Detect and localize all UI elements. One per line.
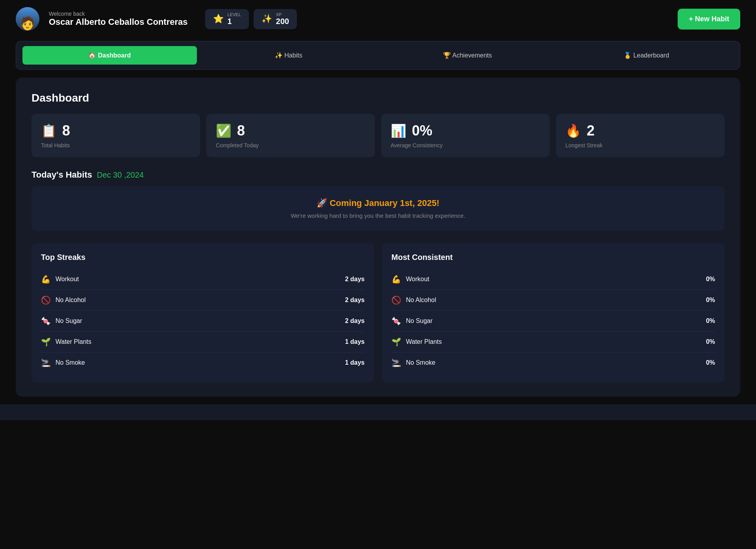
no-alcohol-icon: 🚫 <box>41 295 51 305</box>
consistency-value: 0% <box>706 317 715 325</box>
consistency-value: 0% <box>706 276 715 283</box>
stat-avg-consistency: 📊 0% Average Consistency <box>381 114 550 157</box>
habit-name: No Sugar <box>56 317 82 325</box>
streak-value: 2 days <box>345 317 365 325</box>
star-icon: ⭐ <box>213 14 224 24</box>
main-nav: 🏠 Dashboard ✨ Habits 🏆 Achievements 🥇 Le… <box>16 41 740 70</box>
completed-today-label: Completed Today <box>216 142 365 148</box>
todays-habits-title: Today's Habits <box>32 170 92 180</box>
habit-name: Water Plants <box>56 338 91 345</box>
habit-name: Workout <box>56 276 79 283</box>
xp-label: XP <box>276 12 289 17</box>
total-habits-value: 8 <box>62 122 70 139</box>
tab-achievements[interactable]: 🏆 Achievements <box>380 46 555 65</box>
habit-name: No Sugar <box>406 317 433 325</box>
level-value: 1 <box>228 17 241 26</box>
stat-longest-streak: 🔥 2 Longest Streak <box>556 114 724 157</box>
todays-date: Dec 30 ,2024 <box>97 171 144 180</box>
most-consistent-title: Most Consistent <box>391 253 715 262</box>
xp-badge: ✨ XP 200 <box>254 9 297 29</box>
stat-completed-today: ✅ 8 Completed Today <box>206 114 375 157</box>
habit-name: No Alcohol <box>406 297 436 304</box>
total-habits-label: Total Habits <box>41 142 191 148</box>
list-item: 🚬No Smoke 0% <box>391 352 715 373</box>
completed-today-value: 8 <box>237 122 245 139</box>
habit-name: Water Plants <box>406 338 442 345</box>
chart-icon: 📊 <box>391 123 406 138</box>
list-item: 🚬No Smoke 1 days <box>41 352 365 373</box>
consistency-value: 0% <box>706 359 715 366</box>
tab-dashboard[interactable]: 🏠 Dashboard <box>22 46 197 65</box>
streak-value: 1 days <box>345 359 365 366</box>
no-smoke-icon: 🚬 <box>391 358 401 367</box>
welcome-text: Welcome back <box>49 11 188 17</box>
consistent-list: 💪Workout 0% 🚫No Alcohol 0% 🍬No Sugar 0% … <box>391 269 715 373</box>
checkmark-icon: ✅ <box>216 123 232 138</box>
habit-name: Workout <box>406 276 429 283</box>
streak-value: 2 days <box>345 297 365 304</box>
streaks-list: 💪Workout 2 days 🚫No Alcohol 2 days 🍬No S… <box>41 269 365 373</box>
habit-name: No Smoke <box>406 359 435 366</box>
habit-name: No Smoke <box>56 359 85 366</box>
xp-value: 200 <box>276 17 289 26</box>
most-consistent-section: Most Consistent 💪Workout 0% 🚫No Alcohol … <box>382 243 724 382</box>
user-info: Welcome back Oscar Alberto Ceballos Cont… <box>49 11 188 27</box>
longest-streak-value: 2 <box>587 122 595 139</box>
list-item: 💪Workout 0% <box>391 269 715 290</box>
tab-habits[interactable]: ✨ Habits <box>202 46 376 65</box>
dashboard-title: Dashboard <box>32 92 724 104</box>
level-badge: ⭐ Level 1 <box>205 9 249 29</box>
habit-name: No Alcohol <box>56 297 86 304</box>
list-item: 🌱Water Plants 0% <box>391 332 715 352</box>
header-badges: ⭐ Level 1 ✨ XP 200 <box>205 9 297 29</box>
streak-value: 1 days <box>345 338 365 345</box>
list-item: 🍬No Sugar 2 days <box>41 311 365 332</box>
footer-bar <box>0 404 756 420</box>
level-label: Level <box>228 12 241 17</box>
coming-soon-subtitle: We're working hard to bring you the best… <box>43 212 713 219</box>
muscle-icon: 💪 <box>391 274 401 284</box>
muscle-icon: 💪 <box>41 274 51 284</box>
list-item: 🌱Water Plants 1 days <box>41 332 365 352</box>
stats-row: 📋 8 Total Habits ✅ 8 Completed Today 📊 0… <box>32 114 724 157</box>
rocket-icon: 🚀 <box>317 198 327 208</box>
avg-consistency-value: 0% <box>412 122 432 139</box>
no-smoke-icon: 🚬 <box>41 358 51 367</box>
bottom-row: Top Streaks 💪Workout 2 days 🚫No Alcohol … <box>32 243 724 382</box>
consistency-value: 0% <box>706 297 715 304</box>
list-item: 🚫No Alcohol 2 days <box>41 290 365 311</box>
no-sugar-icon: 🍬 <box>41 316 51 326</box>
no-alcohol-icon: 🚫 <box>391 295 401 305</box>
consistency-value: 0% <box>706 338 715 345</box>
fire-icon: 🔥 <box>565 123 581 138</box>
no-sugar-icon: 🍬 <box>391 316 401 326</box>
water-plants-icon: 🌱 <box>41 337 51 347</box>
dashboard-main: Dashboard 📋 8 Total Habits ✅ 8 Completed… <box>16 78 740 397</box>
list-item: 🚫No Alcohol 0% <box>391 290 715 311</box>
coming-soon-box: 🚀 Coming January 1st, 2025! We're workin… <box>32 186 724 231</box>
todays-habits-header: Today's Habits Dec 30 ,2024 <box>32 170 724 180</box>
top-streaks-title: Top Streaks <box>41 253 365 262</box>
tab-leaderboard[interactable]: 🥇 Leaderboard <box>560 46 734 65</box>
stat-total-habits: 📋 8 Total Habits <box>32 114 200 157</box>
new-habit-button[interactable]: + New Habit <box>678 9 740 30</box>
coming-soon-title: 🚀 Coming January 1st, 2025! <box>43 198 713 208</box>
avatar: 🧑 <box>16 7 39 31</box>
longest-streak-label: Longest Streak <box>565 142 715 148</box>
header: 🧑 Welcome back Oscar Alberto Ceballos Co… <box>0 0 756 38</box>
user-name: Oscar Alberto Ceballos Contreras <box>49 17 188 27</box>
top-streaks-section: Top Streaks 💪Workout 2 days 🚫No Alcohol … <box>32 243 374 382</box>
clipboard-icon: 📋 <box>41 123 57 138</box>
xp-icon: ✨ <box>261 14 272 24</box>
avg-consistency-label: Average Consistency <box>391 142 540 148</box>
list-item: 💪Workout 2 days <box>41 269 365 290</box>
water-plants-icon: 🌱 <box>391 337 401 347</box>
list-item: 🍬No Sugar 0% <box>391 311 715 332</box>
streak-value: 2 days <box>345 276 365 283</box>
